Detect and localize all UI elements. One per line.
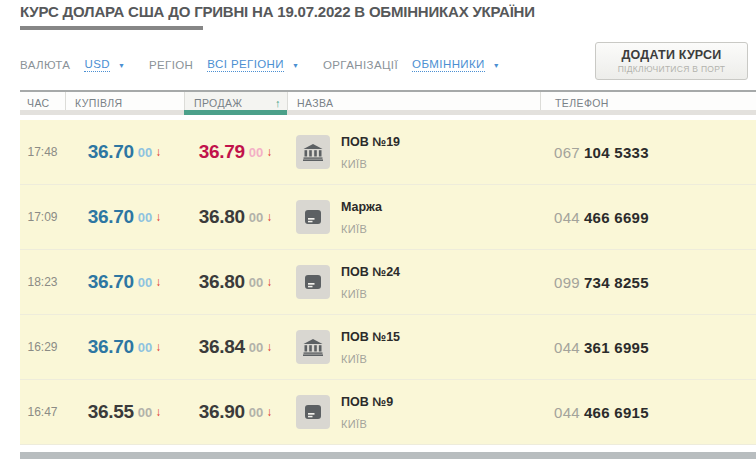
buy-cents: 00 xyxy=(138,275,152,290)
phone-code: 044 xyxy=(554,339,580,356)
chevron-down-icon[interactable]: ▼ xyxy=(292,62,299,69)
table-row[interactable]: 18:23 36.70 00 ↓ 36.80 00 ↓ xyxy=(20,250,756,315)
header-name[interactable]: НАЗВА xyxy=(287,92,540,110)
sell-cents: 00 xyxy=(249,210,263,225)
add-rates-button[interactable]: ДОДАТИ КУРСИ ПІДКЛЮЧИТИСЯ В ПОРТ xyxy=(595,42,748,80)
bottom-scrollbar[interactable] xyxy=(20,452,756,459)
header-time[interactable]: ЧАС xyxy=(20,92,65,110)
organizations-filter-value[interactable]: ОБМІННИКИ xyxy=(412,58,485,72)
table-row[interactable]: 16:47 36.55 00 ↓ 36.90 00 ↓ xyxy=(20,380,756,445)
trend-down-icon: ↓ xyxy=(266,340,272,354)
organization-city: КИЇВ xyxy=(341,158,400,170)
buy-cents: 00 xyxy=(138,340,152,355)
organization-info: ПОВ №19 КИЇВ xyxy=(341,135,400,170)
sell-value: 36.80 xyxy=(199,206,245,228)
organization-city: КИЇВ xyxy=(341,418,393,430)
phone-number: 466 6699 xyxy=(584,209,649,226)
trend-down-icon: ↓ xyxy=(266,210,272,224)
header-sell[interactable]: ПРОДАЖ ↑ xyxy=(184,92,287,110)
buy-rate: 36.70 00 ↓ xyxy=(65,271,184,293)
buy-rate: 36.70 00 ↓ xyxy=(65,336,184,358)
organization-icon-box xyxy=(296,395,330,429)
buy-value: 36.55 xyxy=(88,401,134,423)
organization-info: Маржа КИЇВ xyxy=(341,200,382,235)
sell-rate: 36.90 00 ↓ xyxy=(184,401,287,423)
table-row[interactable]: 17:48 36.70 00 ↓ 36.79 00 ↓ xyxy=(20,120,756,185)
trend-down-icon: ↓ xyxy=(155,405,161,419)
sell-rate: 36.84 00 ↓ xyxy=(184,336,287,358)
phone-number: 466 6915 xyxy=(584,404,649,421)
sell-cents: 00 xyxy=(249,145,263,160)
buy-rate: 36.70 00 ↓ xyxy=(65,206,184,228)
organization-name[interactable]: ПОВ №9 xyxy=(341,395,393,409)
row-phone[interactable]: 099734 8255 xyxy=(540,274,756,291)
currency-filter-label: ВАЛЮТА xyxy=(20,59,70,71)
title-underline xyxy=(20,26,203,30)
organizations-filter-label: ОРГАНІЗАЦІЇ xyxy=(323,59,398,71)
cash-desk-icon xyxy=(304,273,322,291)
sell-cents: 00 xyxy=(249,275,263,290)
organization-info: ПОВ №15 КИЇВ xyxy=(341,330,400,365)
add-rates-button-sublabel: ПІДКЛЮЧИТИСЯ В ПОРТ xyxy=(618,64,726,74)
row-time: 17:09 xyxy=(20,210,65,224)
sell-rate: 36.79 00 ↓ xyxy=(184,141,287,163)
organization-info: ПОВ №9 КИЇВ xyxy=(341,395,393,430)
header-accent-bar xyxy=(20,110,756,115)
phone-number: 361 6995 xyxy=(584,339,649,356)
phone-number: 104 5333 xyxy=(584,144,649,161)
header-buy[interactable]: КУПІВЛЯ xyxy=(65,92,184,110)
row-phone[interactable]: 044361 6995 xyxy=(540,339,756,356)
trend-down-icon: ↓ xyxy=(266,275,272,289)
table-body: 17:48 36.70 00 ↓ 36.79 00 ↓ xyxy=(20,120,756,445)
phone-code: 044 xyxy=(554,209,580,226)
chevron-down-icon[interactable]: ▼ xyxy=(493,62,500,69)
organization-city: КИЇВ xyxy=(341,353,400,365)
table-row[interactable]: 16:29 36.70 00 ↓ 36.84 00 ↓ xyxy=(20,315,756,380)
buy-value: 36.70 xyxy=(88,271,134,293)
buy-cents: 00 xyxy=(138,210,152,225)
sell-cents: 00 xyxy=(249,405,263,420)
phone-number: 734 8255 xyxy=(584,274,649,291)
row-time: 16:47 xyxy=(20,405,65,419)
organization-icon-box xyxy=(296,265,330,299)
organization-info: ПОВ №24 КИЇВ xyxy=(341,265,400,300)
organization-name[interactable]: ПОВ №24 xyxy=(341,265,400,279)
row-phone[interactable]: 044466 6915 xyxy=(540,404,756,421)
buy-value: 36.70 xyxy=(88,336,134,358)
organization-icon-box xyxy=(296,200,330,234)
sell-value: 36.90 xyxy=(199,401,245,423)
region-filter-value[interactable]: ВСІ РЕГІОНИ xyxy=(207,58,284,72)
currency-filter-value[interactable]: USD xyxy=(84,58,109,72)
row-time: 17:48 xyxy=(20,145,65,159)
row-phone[interactable]: 067104 5333 xyxy=(540,144,756,161)
header-phone[interactable]: ТЕЛЕФОН xyxy=(540,92,756,110)
trend-down-icon: ↓ xyxy=(266,405,272,419)
trend-down-icon: ↓ xyxy=(155,145,161,159)
sell-cents: 00 xyxy=(249,340,263,355)
trend-down-icon: ↓ xyxy=(155,210,161,224)
table-row[interactable]: 17:09 36.70 00 ↓ 36.80 00 ↓ xyxy=(20,185,756,250)
row-phone[interactable]: 044466 6699 xyxy=(540,209,756,226)
add-rates-button-label: ДОДАТИ КУРСИ xyxy=(621,48,721,62)
sell-value: 36.79 xyxy=(199,141,245,163)
buy-cents: 00 xyxy=(138,405,152,420)
sort-up-icon[interactable]: ↑ xyxy=(275,98,281,110)
sell-rate: 36.80 00 ↓ xyxy=(184,206,287,228)
row-time: 18:23 xyxy=(20,275,65,289)
chevron-down-icon[interactable]: ▼ xyxy=(118,62,125,69)
rates-table: ЧАС КУПІВЛЯ ПРОДАЖ ↑ НАЗВА ТЕЛЕФОН 17:48… xyxy=(20,90,756,445)
sell-value: 36.84 xyxy=(199,336,245,358)
organization-name[interactable]: ПОВ №19 xyxy=(341,135,400,149)
region-filter-label: РЕГІОН xyxy=(149,59,193,71)
buy-rate: 36.55 00 ↓ xyxy=(65,401,184,423)
cash-desk-icon xyxy=(304,403,322,421)
organization-icon-box xyxy=(296,135,330,169)
table-header: ЧАС КУПІВЛЯ ПРОДАЖ ↑ НАЗВА ТЕЛЕФОН xyxy=(20,90,756,110)
sell-value: 36.80 xyxy=(199,271,245,293)
page-title: КУРС ДОЛАРА США ДО ГРИВНІ НА 19.07.2022 … xyxy=(20,3,535,20)
organization-name[interactable]: Маржа xyxy=(341,200,382,214)
row-time: 16:29 xyxy=(20,340,65,354)
organization-name[interactable]: ПОВ №15 xyxy=(341,330,400,344)
buy-cents: 00 xyxy=(138,145,152,160)
phone-code: 044 xyxy=(554,404,580,421)
